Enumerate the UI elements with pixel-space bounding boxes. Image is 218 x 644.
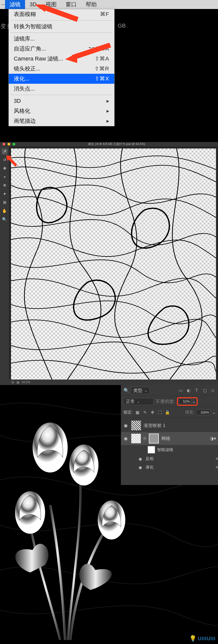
menu-filter-gallery[interactable]: 滤镜库... [9,34,114,44]
liquify-toolbar: ↗ ↺ ✥ ⌖ ❄ ✦ ⊞ ✋ 🔍 [0,146,9,385]
opacity-input[interactable] [179,399,191,404]
menu-stylize[interactable]: 风格化 [9,106,114,116]
lock-transparent-icon[interactable]: ▦ [135,410,140,415]
lock-all-icon[interactable]: 🔒 [165,410,170,415]
zoom-value[interactable]: 64.5% [22,380,30,384]
menu-filter[interactable]: 滤镜 [5,0,25,9]
filter-dropdown: 表面模糊⌘F 转换为智能滤镜 滤镜库... 自适应广角...⌥⇧⌘A Camer… [9,9,115,126]
lock-artboard-icon[interactable]: ⛶ [157,410,163,415]
layer-gradient-map[interactable]: ◉ 渐变映射 1 [121,419,218,432]
result-screenshot: 🔍 类型 ▭ ◐ T ▢ ◇ 正常 不透明度: ⌄ 锁定: ▦ ✎ ✥ ⛶ 🔒 [0,385,218,644]
layer-grid[interactable]: ◉ ⎘ 网格 ◑▾ [121,432,218,445]
annotation-arrow-3 [5,154,18,167]
zoom-tool[interactable]: 🔍 [2,216,8,222]
hand-tool[interactable]: ✋ [2,208,8,214]
layers-panel: 🔍 类型 ▭ ◐ T ▢ ◇ 正常 不透明度: ⌄ 锁定: ▦ ✎ ✥ ⛶ 🔒 [121,385,218,485]
bulb-icon: 💡 [189,635,197,642]
visibility-icon[interactable]: ◉ [138,465,143,470]
freeze-tool[interactable]: ❄ [2,182,8,188]
edit-icon[interactable]: ≡ [216,456,218,461]
filter-liquify[interactable]: ◉ 液化 ≡ [121,463,218,472]
liquify-window: 液化 (木木-6月3周-主题打卡.psd @ 64.5%) ↗ ↺ ✥ ⌖ ❄ … [0,142,218,385]
watermark: 💡 UIIIUIII [189,635,215,642]
liquify-canvas[interactable] [11,148,216,380]
link-icon[interactable]: ⎘ [144,436,146,441]
annotation-arrow-2 [63,43,113,66]
menu-vanishing-point[interactable]: 消失点... [9,84,114,94]
bg-text-right: GB [118,22,126,29]
fill-input[interactable] [196,410,210,415]
fit-icon[interactable]: ⊞ [12,380,14,384]
window-title: 液化 (木木-6月3周-主题打卡.psd @ 64.5%) [15,142,218,146]
menu-brush-strokes[interactable]: 画笔描边 [9,116,114,126]
visibility-icon[interactable]: ◉ [138,456,143,461]
chrome-tulips [0,385,130,644]
filter-text-icon[interactable]: T [194,388,199,393]
menubar-truncated: ⋯ [0,0,5,9]
mesh-tool[interactable]: ⊞ [2,200,8,206]
lock-image-icon[interactable]: ✎ [142,410,148,415]
svg-marker-1 [65,53,77,63]
layer-thumb[interactable] [131,420,141,430]
layer-mask[interactable] [149,434,159,444]
filter-type-icon[interactable]: 🔍 [124,388,129,393]
visibility-icon[interactable]: ◉ [123,436,129,441]
annotation-arrow-1 [33,4,80,22]
menu-liquify[interactable]: 液化...⇧⌘X [9,74,114,84]
smart-filters-label[interactable]: 智能滤镜 [121,445,218,454]
menu-3d-sub[interactable]: 3D [9,96,114,106]
lock-position-icon[interactable]: ✥ [150,410,155,415]
smart-filter-thumb [148,446,155,454]
filter-invert[interactable]: ◉ 反相 ≡ [121,454,218,463]
menu-screenshot: ⋯ 滤镜 3D 视图 窗口 帮助 变换 GB 表面模糊⌘F 转换为智能滤镜 滤镜… [0,0,218,142]
filter-shape-icon[interactable]: ▢ [202,388,207,393]
grid-icon[interactable]: ▦ [17,380,19,384]
window-titlebar: 液化 (木木-6月3周-主题打卡.psd @ 64.5%) [0,142,218,146]
filter-adjust-icon[interactable]: ◐ [186,388,191,393]
visibility-icon[interactable]: ◉ [123,423,129,428]
close-button[interactable] [3,143,5,146]
opacity-label: 不透明度: [156,398,175,404]
layer-name[interactable]: 网格 [161,436,207,442]
opacity-highlight: ⌄ [177,397,198,406]
menu-convert-smart[interactable]: 转换为智能滤镜 [9,22,114,32]
filter-type-select[interactable]: 类型 [131,387,150,394]
edit-icon[interactable]: ≡ [216,465,218,470]
filter-pixel-icon[interactable]: ▭ [178,388,183,393]
status-bar: ⊞ ▦ 64.5% [9,380,218,385]
fill-dropdown-icon[interactable]: ⌄ [212,410,215,415]
face-tool[interactable]: ✦ [2,191,8,197]
maximize-button[interactable] [13,143,15,146]
fx-indicator[interactable]: ◑▾ [210,436,216,441]
blend-mode-select[interactable]: 正常 [124,398,154,405]
lock-label: 锁定: [124,410,133,415]
svg-marker-0 [35,4,45,12]
fill-label: 填充: [185,410,194,415]
warp-tool[interactable]: ↗ [2,148,8,154]
minimize-button[interactable] [8,143,10,146]
bloat-tool[interactable]: ⌖ [2,174,8,180]
opacity-dropdown-icon[interactable]: ⌄ [192,399,196,404]
layer-name[interactable]: 渐变映射 1 [144,422,216,428]
warped-lines [11,148,216,380]
filter-smart-icon[interactable]: ◇ [210,388,215,393]
layer-thumb[interactable] [131,434,141,444]
menu-help[interactable]: 帮助 [81,0,101,9]
